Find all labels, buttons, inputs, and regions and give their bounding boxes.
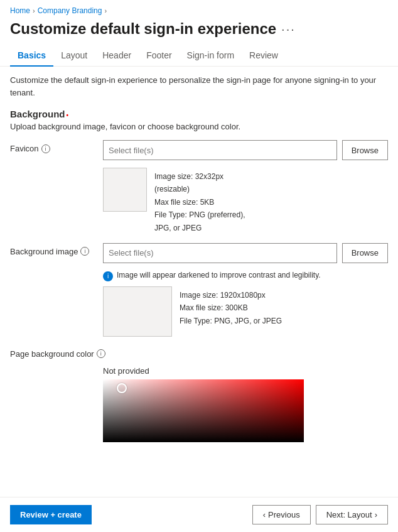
favicon-input-group: Browse xyxy=(103,140,388,160)
page-header: Customize default sign-in experience ··· xyxy=(0,18,398,45)
breadcrumb-home[interactable]: Home xyxy=(10,6,30,15)
favicon-field-row: Favicon i Browse xyxy=(10,140,388,160)
upload-description: Upload background image, favicon or choo… xyxy=(10,122,388,131)
tab-review[interactable]: Review xyxy=(242,45,286,67)
favicon-file-input[interactable] xyxy=(103,140,337,160)
tab-footer[interactable]: Footer xyxy=(139,45,179,67)
breadcrumb-company-branding[interactable]: Company Branding xyxy=(38,6,102,15)
more-options-icon[interactable]: ··· xyxy=(281,22,296,36)
favicon-preview xyxy=(103,168,147,212)
prev-chevron-icon: ‹ xyxy=(263,510,266,519)
breadcrumb-chevron-2: › xyxy=(104,7,107,14)
info-circle-icon: i xyxy=(103,271,113,281)
breadcrumb-chevron-1: › xyxy=(33,7,35,14)
favicon-browse-button[interactable]: Browse xyxy=(342,140,388,160)
background-image-input-group: Browse xyxy=(103,243,388,263)
tab-header[interactable]: Header xyxy=(95,45,139,67)
tab-bar: Basics Layout Header Footer Sign-in form… xyxy=(0,45,398,67)
favicon-image-info: Image size: 32x32px (resizable) Max file… xyxy=(103,168,388,234)
favicon-details: Image size: 32x32px (resizable) Max file… xyxy=(154,168,245,234)
previous-button[interactable]: ‹ Previous xyxy=(252,505,311,524)
tab-signin-form[interactable]: Sign-in form xyxy=(180,45,242,67)
next-label: Next: Layout xyxy=(326,510,372,519)
next-button[interactable]: Next: Layout › xyxy=(316,505,388,524)
bg-color-field-row: Page background color i xyxy=(10,345,388,359)
favicon-label: Favicon i xyxy=(10,140,98,153)
footer-bar: Review + create ‹ Previous Next: Layout … xyxy=(0,497,398,532)
background-image-preview xyxy=(103,286,172,337)
bg-color-label: Page background color i xyxy=(10,345,105,359)
background-image-info-icon[interactable]: i xyxy=(80,247,89,256)
bg-image-details: Image size: 1920x1080px Max file size: 3… xyxy=(180,286,282,327)
color-picker-handle[interactable] xyxy=(117,383,127,393)
bg-color-info-icon[interactable]: i xyxy=(97,349,105,358)
page-title: Customize default sign-in experience xyxy=(10,20,276,38)
background-image-browse-button[interactable]: Browse xyxy=(342,243,388,263)
background-image-field-row: Background image i Browse xyxy=(10,243,388,263)
background-image-file-input[interactable] xyxy=(103,243,337,263)
bg-image-preview-box: Image size: 1920x1080px Max file size: 3… xyxy=(103,286,388,337)
tab-basics[interactable]: Basics xyxy=(10,45,53,67)
previous-label: Previous xyxy=(268,510,300,519)
color-gradient-area[interactable] xyxy=(103,379,304,442)
favicon-info-icon[interactable]: i xyxy=(41,144,50,153)
bg-image-info-banner: i Image will appear darkened to improve … xyxy=(103,271,388,281)
next-chevron-icon: › xyxy=(375,510,377,519)
page-background-color-section: Page background color i Not provided xyxy=(10,345,388,442)
color-picker[interactable] xyxy=(103,379,304,442)
color-not-provided: Not provided xyxy=(103,366,388,376)
background-section-title: Background• xyxy=(10,109,388,119)
background-image-label: Background image i xyxy=(10,243,98,256)
review-create-button[interactable]: Review + create xyxy=(10,505,92,524)
breadcrumb: Home › Company Branding › xyxy=(0,0,398,18)
required-indicator: • xyxy=(67,112,69,119)
main-content: Customize the default sign-in experience… xyxy=(0,67,398,492)
tab-layout[interactable]: Layout xyxy=(53,45,95,67)
page-description: Customize the default sign-in experience… xyxy=(10,74,388,99)
gradient-dark xyxy=(103,379,304,442)
